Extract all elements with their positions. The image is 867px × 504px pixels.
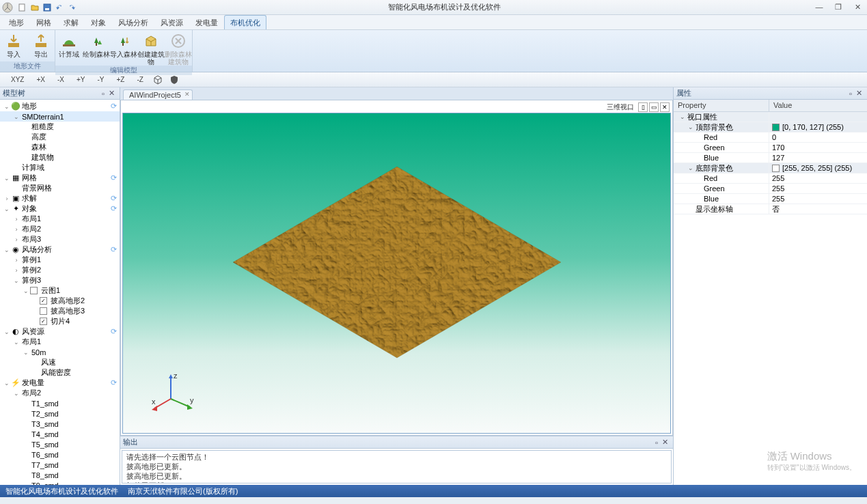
viewport-close-icon[interactable]: ✕ [660, 102, 670, 112]
ribbon-btn-export[interactable]: 导出 [27, 30, 55, 61]
property-row[interactable]: Blue255 [674, 194, 867, 204]
refresh-icon[interactable]: ⟳ [111, 102, 117, 111]
tree-node[interactable]: T4_smd [0, 429, 120, 439]
panel-pin-icon[interactable]: ▫ [100, 89, 107, 98]
ribbon-btn-building[interactable]: 创建建筑物 [137, 30, 165, 66]
view-btn--x[interactable]: -X [53, 74, 68, 85]
tree-node[interactable]: T8_smd [0, 470, 120, 480]
tree-node[interactable]: 风速 [0, 357, 120, 367]
refresh-icon[interactable]: ⟳ [111, 378, 117, 387]
property-row[interactable]: Red255 [674, 173, 867, 184]
property-row[interactable]: ⌄底部背景色[255, 255, 255] (255) [674, 163, 867, 173]
ribbon-btn-draw-forest[interactable]: 绘制森林 [83, 30, 110, 66]
tree-node[interactable]: ⌄✦对象⟳ [0, 204, 120, 214]
refresh-icon[interactable]: ⟳ [111, 327, 117, 336]
tree-node[interactable]: 风能密度 [0, 367, 120, 378]
view-btn-+z[interactable]: +Z [112, 74, 128, 85]
tree-node[interactable]: ›布局2 [0, 224, 120, 234]
tree-node[interactable]: T6_smd [0, 449, 120, 460]
close-button[interactable]: ✕ [848, 3, 867, 12]
tree-node[interactable]: T7_smd [0, 460, 120, 470]
ribbon-tab-7[interactable]: 布机优化 [224, 15, 266, 29]
property-row[interactable]: 显示坐标轴否 [674, 204, 867, 214]
tree-node[interactable]: ⌄◐风资源⟳ [0, 326, 120, 337]
tree-node[interactable]: ›▣求解⟳ [0, 193, 120, 204]
tree-node[interactable]: ›算例1 [0, 255, 120, 265]
ribbon-btn-import-forest[interactable]: 导入森林 [110, 30, 137, 66]
tree-node[interactable]: T1_smd [0, 398, 120, 408]
ribbon-tab-1[interactable]: 网格 [30, 15, 57, 29]
property-row[interactable]: Blue127 [674, 153, 867, 163]
tree-node[interactable]: ⌄算例3 [0, 275, 120, 285]
view-btn-+y[interactable]: +Y [72, 74, 90, 85]
qat-new-icon[interactable] [18, 3, 27, 12]
property-row[interactable]: Red0 [674, 132, 867, 143]
refresh-icon[interactable]: ⟳ [111, 245, 117, 254]
ribbon-tab-3[interactable]: 对象 [85, 15, 112, 29]
view-cube-icon[interactable] [152, 74, 164, 86]
tree-node[interactable]: ⌄50m [0, 347, 120, 357]
refresh-icon[interactable]: ⟳ [111, 194, 117, 203]
tree-node[interactable]: 披高地形3 [0, 306, 120, 316]
tree-node[interactable]: 森林 [0, 142, 120, 152]
tree-node[interactable]: ⌄云图1 [0, 285, 120, 296]
output-pin-icon[interactable]: ▫ [653, 438, 660, 447]
tree-node[interactable]: T2_smd [0, 408, 120, 419]
view-shield-icon[interactable] [168, 74, 180, 86]
tab-close-icon[interactable]: ✕ [184, 91, 190, 98]
tree-node[interactable]: ✓披高地形2 [0, 296, 120, 306]
view-btn-+x[interactable]: +X [32, 74, 49, 85]
tree-node[interactable]: 高度 [0, 132, 120, 142]
document-tab[interactable]: AIWindProject5✕ [123, 89, 193, 100]
tree-node[interactable]: T3_smd [0, 419, 120, 429]
refresh-icon[interactable]: ⟳ [111, 204, 117, 213]
prop-close-icon[interactable]: ✕ [854, 89, 864, 98]
checkbox[interactable] [30, 287, 38, 294]
property-row[interactable]: ⌄视口属性 [674, 112, 867, 122]
ribbon-tab-2[interactable]: 求解 [57, 15, 85, 29]
qat-open-icon[interactable] [30, 3, 40, 12]
viewport-layout1-icon[interactable]: ▯ [638, 102, 648, 112]
view-btn--y[interactable]: -Y [93, 74, 108, 85]
checkbox[interactable]: ✓ [40, 318, 47, 325]
tree-node[interactable]: ⌄🟢地形⟳ [0, 101, 120, 111]
maximize-button[interactable]: ❐ [829, 3, 848, 12]
output-close-icon[interactable]: ✕ [660, 438, 670, 447]
panel-close-icon[interactable]: ✕ [107, 89, 117, 98]
ribbon-tab-6[interactable]: 发电量 [189, 15, 224, 29]
prop-pin-icon[interactable]: ▫ [847, 89, 854, 98]
tree-node[interactable]: T5_smd [0, 439, 120, 449]
ribbon-btn-domain[interactable]: 计算域 [55, 30, 83, 66]
output-log[interactable]: 请先选择一个云图节点！披高地形已更新。披高地形已更新。切片已更新。 [122, 450, 672, 484]
property-row[interactable]: ⌄顶部背景色[0, 170, 127] (255) [674, 122, 867, 132]
tree-node[interactable]: ›算例2 [0, 265, 120, 275]
tree-node[interactable]: 背景网格 [0, 183, 120, 193]
tree-node[interactable]: ⌄◉风场分析⟳ [0, 244, 120, 255]
tree-node[interactable]: ›布局1 [0, 214, 120, 224]
view-btn--z[interactable]: -Z [133, 74, 147, 85]
tree-node[interactable]: ›布局3 [0, 234, 120, 244]
ribbon-tab-4[interactable]: 风场分析 [112, 15, 154, 29]
ribbon-tab-0[interactable]: 地形 [3, 15, 30, 29]
tree-node[interactable]: 建筑物 [0, 152, 120, 163]
checkbox[interactable] [40, 307, 47, 315]
qat-undo-icon[interactable] [55, 3, 64, 12]
refresh-icon[interactable]: ⟳ [111, 173, 117, 182]
tree-node[interactable]: ✓切片4 [0, 316, 120, 326]
tree-node[interactable]: T9_smd [0, 480, 120, 485]
tree-node[interactable]: ⌄SMDterrain1 [0, 111, 120, 122]
property-row[interactable]: Green170 [674, 143, 867, 153]
viewport-layout2-icon[interactable]: ▭ [649, 102, 659, 112]
ribbon-btn-import[interactable]: 导入 [0, 30, 27, 61]
checkbox[interactable]: ✓ [40, 297, 47, 305]
3d-viewport[interactable]: z y x [122, 113, 671, 434]
tree-node[interactable]: 粗糙度 [0, 122, 120, 132]
tree-node[interactable]: ⌄布局1 [0, 337, 120, 347]
property-row[interactable]: Green255 [674, 184, 867, 194]
qat-redo-icon[interactable] [67, 3, 77, 12]
model-tree[interactable]: ⌄🟢地形⟳⌄SMDterrain1粗糙度高度森林建筑物计算域⌄▦网格⟳背景网格›… [0, 100, 120, 485]
tree-node[interactable]: ⌄▦网格⟳ [0, 173, 120, 183]
property-grid[interactable]: PropertyValue ⌄视口属性⌄顶部背景色[0, 170, 127] (… [674, 100, 867, 485]
minimize-button[interactable]: — [810, 3, 829, 12]
view-btn-xyz[interactable]: XYZ [7, 74, 28, 85]
